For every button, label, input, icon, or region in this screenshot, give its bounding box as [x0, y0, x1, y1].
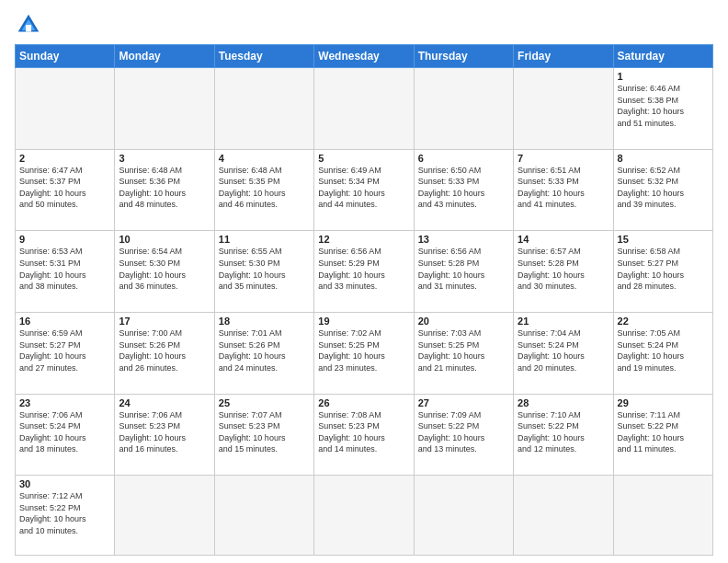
day-info: Sunrise: 7:02 AM Sunset: 5:25 PM Dayligh…	[318, 327, 409, 373]
day-number: 28	[518, 397, 609, 408]
weekday-header-row: SundayMondayTuesdayWednesdayThursdayFrid…	[16, 45, 713, 68]
day-number: 10	[119, 234, 210, 245]
day-cell: 21Sunrise: 7:04 AM Sunset: 5:24 PM Dayli…	[514, 312, 613, 394]
day-cell	[115, 476, 214, 556]
day-info: Sunrise: 7:11 AM Sunset: 5:22 PM Dayligh…	[618, 409, 709, 455]
day-info: Sunrise: 6:49 AM Sunset: 5:34 PM Dayligh…	[318, 165, 409, 211]
day-number: 4	[219, 153, 310, 164]
weekday-header-monday: Monday	[115, 45, 214, 68]
day-number: 16	[19, 316, 110, 327]
day-number: 2	[19, 153, 110, 164]
day-number: 18	[219, 316, 310, 327]
day-number: 14	[518, 234, 609, 245]
day-number: 26	[318, 397, 409, 408]
day-cell	[115, 68, 214, 150]
day-number: 8	[618, 153, 709, 164]
svg-rect-3	[26, 25, 31, 32]
day-number: 19	[318, 316, 409, 327]
logo-icon	[15, 11, 42, 39]
day-cell: 5Sunrise: 6:49 AM Sunset: 5:34 PM Daylig…	[314, 149, 414, 231]
day-cell	[613, 476, 712, 556]
day-number: 9	[19, 234, 110, 245]
day-number: 1	[618, 71, 709, 82]
page: SundayMondayTuesdayWednesdayThursdayFrid…	[0, 0, 728, 563]
day-cell: 20Sunrise: 7:03 AM Sunset: 5:25 PM Dayli…	[414, 312, 513, 394]
day-info: Sunrise: 6:53 AM Sunset: 5:31 PM Dayligh…	[19, 246, 110, 292]
day-info: Sunrise: 7:06 AM Sunset: 5:23 PM Dayligh…	[119, 409, 210, 455]
day-cell	[514, 68, 613, 150]
day-cell: 19Sunrise: 7:02 AM Sunset: 5:25 PM Dayli…	[314, 312, 414, 394]
day-info: Sunrise: 7:07 AM Sunset: 5:23 PM Dayligh…	[219, 409, 310, 455]
day-info: Sunrise: 7:06 AM Sunset: 5:24 PM Dayligh…	[19, 409, 110, 455]
week-row-3: 16Sunrise: 6:59 AM Sunset: 5:27 PM Dayli…	[16, 312, 713, 394]
day-info: Sunrise: 7:05 AM Sunset: 5:24 PM Dayligh…	[618, 327, 709, 373]
day-cell	[16, 68, 115, 150]
day-cell	[414, 68, 513, 150]
day-cell	[214, 476, 313, 556]
day-cell: 16Sunrise: 6:59 AM Sunset: 5:27 PM Dayli…	[16, 312, 115, 394]
logo	[15, 11, 46, 39]
day-info: Sunrise: 6:57 AM Sunset: 5:28 PM Dayligh…	[518, 246, 609, 292]
day-info: Sunrise: 6:48 AM Sunset: 5:35 PM Dayligh…	[219, 165, 310, 211]
day-info: Sunrise: 6:46 AM Sunset: 5:38 PM Dayligh…	[618, 83, 709, 129]
weekday-header-saturday: Saturday	[613, 45, 712, 68]
day-number: 11	[219, 234, 310, 245]
week-row-1: 2Sunrise: 6:47 AM Sunset: 5:37 PM Daylig…	[16, 149, 713, 231]
day-info: Sunrise: 7:09 AM Sunset: 5:22 PM Dayligh…	[418, 409, 509, 455]
day-cell	[214, 68, 313, 150]
day-cell: 18Sunrise: 7:01 AM Sunset: 5:26 PM Dayli…	[214, 312, 313, 394]
day-info: Sunrise: 6:54 AM Sunset: 5:30 PM Dayligh…	[119, 246, 210, 292]
day-number: 12	[318, 234, 409, 245]
week-row-2: 9Sunrise: 6:53 AM Sunset: 5:31 PM Daylig…	[16, 231, 713, 313]
day-info: Sunrise: 6:51 AM Sunset: 5:33 PM Dayligh…	[518, 165, 609, 211]
weekday-header-thursday: Thursday	[414, 45, 513, 68]
day-cell: 1Sunrise: 6:46 AM Sunset: 5:38 PM Daylig…	[613, 68, 712, 150]
day-cell	[314, 476, 414, 556]
weekday-header-sunday: Sunday	[16, 45, 115, 68]
day-cell: 23Sunrise: 7:06 AM Sunset: 5:24 PM Dayli…	[16, 394, 115, 476]
day-cell: 26Sunrise: 7:08 AM Sunset: 5:23 PM Dayli…	[314, 394, 414, 476]
day-cell: 6Sunrise: 6:50 AM Sunset: 5:33 PM Daylig…	[414, 149, 513, 231]
day-cell: 15Sunrise: 6:58 AM Sunset: 5:27 PM Dayli…	[613, 231, 712, 313]
day-number: 6	[418, 153, 509, 164]
header	[15, 11, 713, 39]
day-cell: 10Sunrise: 6:54 AM Sunset: 5:30 PM Dayli…	[115, 231, 214, 313]
day-cell: 9Sunrise: 6:53 AM Sunset: 5:31 PM Daylig…	[16, 231, 115, 313]
day-cell: 30Sunrise: 7:12 AM Sunset: 5:22 PM Dayli…	[16, 476, 115, 556]
day-cell: 27Sunrise: 7:09 AM Sunset: 5:22 PM Dayli…	[414, 394, 513, 476]
day-info: Sunrise: 6:48 AM Sunset: 5:36 PM Dayligh…	[119, 165, 210, 211]
day-cell	[514, 476, 613, 556]
day-number: 7	[518, 153, 609, 164]
day-number: 20	[418, 316, 509, 327]
day-info: Sunrise: 7:08 AM Sunset: 5:23 PM Dayligh…	[318, 409, 409, 455]
day-info: Sunrise: 6:52 AM Sunset: 5:32 PM Dayligh…	[618, 165, 709, 211]
day-info: Sunrise: 6:58 AM Sunset: 5:27 PM Dayligh…	[618, 246, 709, 292]
day-number: 5	[318, 153, 409, 164]
weekday-header-tuesday: Tuesday	[214, 45, 313, 68]
day-info: Sunrise: 7:12 AM Sunset: 5:22 PM Dayligh…	[19, 490, 110, 536]
day-number: 25	[219, 397, 310, 408]
day-number: 3	[119, 153, 210, 164]
day-number: 24	[119, 397, 210, 408]
week-row-0: 1Sunrise: 6:46 AM Sunset: 5:38 PM Daylig…	[16, 68, 713, 150]
day-cell: 29Sunrise: 7:11 AM Sunset: 5:22 PM Dayli…	[613, 394, 712, 476]
day-info: Sunrise: 7:03 AM Sunset: 5:25 PM Dayligh…	[418, 327, 509, 373]
day-cell	[314, 68, 414, 150]
day-cell: 22Sunrise: 7:05 AM Sunset: 5:24 PM Dayli…	[613, 312, 712, 394]
weekday-header-friday: Friday	[514, 45, 613, 68]
week-row-5: 30Sunrise: 7:12 AM Sunset: 5:22 PM Dayli…	[16, 476, 713, 556]
day-cell: 17Sunrise: 7:00 AM Sunset: 5:26 PM Dayli…	[115, 312, 214, 394]
day-cell: 12Sunrise: 6:56 AM Sunset: 5:29 PM Dayli…	[314, 231, 414, 313]
day-info: Sunrise: 7:01 AM Sunset: 5:26 PM Dayligh…	[219, 327, 310, 373]
calendar: SundayMondayTuesdayWednesdayThursdayFrid…	[15, 44, 713, 556]
day-cell: 2Sunrise: 6:47 AM Sunset: 5:37 PM Daylig…	[16, 149, 115, 231]
day-cell: 8Sunrise: 6:52 AM Sunset: 5:32 PM Daylig…	[613, 149, 712, 231]
day-cell: 7Sunrise: 6:51 AM Sunset: 5:33 PM Daylig…	[514, 149, 613, 231]
day-cell: 13Sunrise: 6:56 AM Sunset: 5:28 PM Dayli…	[414, 231, 513, 313]
day-cell: 11Sunrise: 6:55 AM Sunset: 5:30 PM Dayli…	[214, 231, 313, 313]
day-info: Sunrise: 6:55 AM Sunset: 5:30 PM Dayligh…	[219, 246, 310, 292]
day-cell: 24Sunrise: 7:06 AM Sunset: 5:23 PM Dayli…	[115, 394, 214, 476]
day-number: 17	[119, 316, 210, 327]
day-info: Sunrise: 6:47 AM Sunset: 5:37 PM Dayligh…	[19, 165, 110, 211]
day-info: Sunrise: 6:50 AM Sunset: 5:33 PM Dayligh…	[418, 165, 509, 211]
